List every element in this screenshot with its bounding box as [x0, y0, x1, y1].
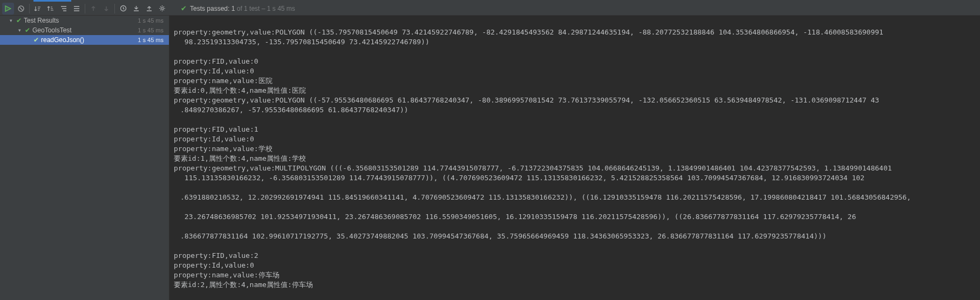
check-icon: ✔	[33, 36, 39, 44]
console-line: property:name,value:医院	[174, 77, 273, 85]
console-line: 要素id:2,属性个数:4,name属性值:停车场	[174, 281, 313, 289]
tree-root-time: 1 s 45 ms	[138, 17, 166, 24]
export-tests-button[interactable]	[143, 3, 155, 15]
collapse-all-button[interactable]	[71, 3, 83, 15]
tree-class-time: 1 s 45 ms	[138, 27, 166, 33]
console-line: property:geometry,value:POLYGON ((-57.95…	[174, 96, 879, 104]
console-line: .8489270386267, -57.95536480686695 61.86…	[174, 105, 976, 115]
sort-up-button[interactable]	[45, 3, 57, 15]
sort-down-button[interactable]	[32, 3, 44, 15]
test-history-button[interactable]	[117, 3, 129, 15]
test-toolbar: ✔ Tests passed: 1 of 1 test – 1 s 45 ms	[0, 2, 980, 16]
toolbar-separator	[85, 4, 85, 13]
check-icon: ✔	[16, 17, 22, 24]
console-line: .836677877831164 102.99610717192775, 35.…	[174, 231, 976, 241]
status-mid: of 1 test –	[237, 5, 266, 12]
console-line: 115.13135830166232, -6.356803153501289 1…	[174, 173, 976, 183]
test-status: ✔ Tests passed: 1 of 1 test – 1 s 45 ms	[181, 4, 295, 12]
svg-line-1	[19, 7, 23, 10]
console-line: 要素id:0,属性个数:4,name属性值:医院	[174, 86, 306, 94]
svg-point-3	[161, 8, 163, 10]
test-tree[interactable]: ▾ ✔ Test Results 1 s 45 ms ▾ ✔ GeoToolsT…	[0, 16, 169, 300]
chevron-down-icon[interactable]: ▾	[10, 18, 16, 23]
import-tests-button[interactable]	[130, 3, 142, 15]
settings-button[interactable]	[156, 3, 168, 15]
console-line: property:FID,value:0	[174, 57, 258, 65]
tree-method[interactable]: ✔ readGeoJson() 1 s 45 ms	[0, 35, 169, 45]
chevron-down-icon[interactable]: ▾	[18, 28, 25, 33]
toolbar-separator	[114, 4, 115, 13]
tree-method-time: 1 s 45 ms	[138, 37, 166, 43]
console-line: property:name,value:学校	[174, 145, 273, 153]
console-line: property:geometry,value:MULTIPOLYGON (((…	[174, 164, 892, 172]
tree-root-label: Test Results	[24, 17, 138, 24]
console-line: 要素id:1,属性个数:4,name属性值:学校	[174, 154, 306, 162]
console-line: 23.26748636985702 101.92534971930411, 23…	[174, 212, 976, 222]
expand-all-button[interactable]	[58, 3, 70, 15]
console-line: .6391880210532, 12.202992691974941 115.8…	[174, 193, 976, 202]
console-line: 98.23519313304735, -135.79570815450649 7…	[174, 37, 976, 47]
check-icon: ✔	[25, 26, 30, 34]
status-count: 1	[232, 5, 235, 12]
stop-button[interactable]	[15, 3, 27, 15]
console-line: property:geometry,value:POLYGON ((-135.7…	[174, 28, 883, 36]
status-time: 1 s 45 ms	[267, 5, 295, 12]
console-line: property:Id,value:0	[174, 261, 254, 269]
console-line: property:FID,value:2	[174, 251, 258, 260]
console-line: property:Id,value:0	[174, 67, 254, 75]
console-line: property:FID,value:1	[174, 125, 258, 133]
toolbar-separator	[29, 4, 30, 13]
status-prefix: Tests passed:	[190, 5, 229, 12]
tree-class-label: GeoToolsTest	[32, 26, 138, 34]
tree-method-label: readGeoJson()	[41, 36, 138, 44]
console-line: property:name,value:停车场	[174, 271, 280, 279]
prev-failed-button[interactable]	[87, 3, 99, 15]
console-line: property:Id,value:0	[174, 135, 254, 143]
console-output[interactable]: property:geometry,value:POLYGON ((-135.7…	[169, 16, 980, 300]
tree-class[interactable]: ▾ ✔ GeoToolsTest 1 s 45 ms	[0, 25, 169, 35]
check-icon: ✔	[181, 4, 187, 12]
rerun-tests-button[interactable]	[2, 3, 14, 15]
next-failed-button[interactable]	[100, 3, 112, 15]
tree-root[interactable]: ▾ ✔ Test Results 1 s 45 ms	[0, 16, 169, 25]
